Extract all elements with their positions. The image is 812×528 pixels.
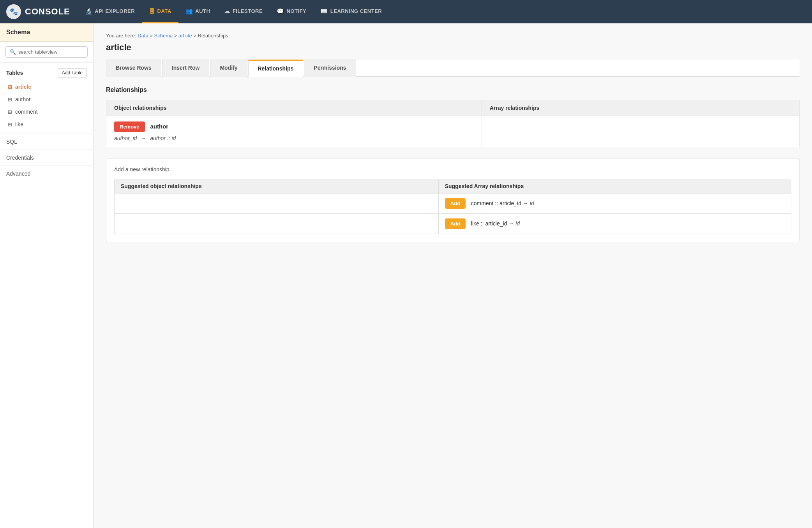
table-icon-author: ⊞ <box>8 97 12 102</box>
schema-header: Schema <box>0 23 93 42</box>
suggested-array-cell-1: Add comment :: article_id → id <box>438 194 791 214</box>
tables-label: Tables <box>6 70 23 76</box>
sidebar-item-sql[interactable]: SQL <box>0 134 93 150</box>
sidebar-item-author[interactable]: ⊞ author <box>0 93 93 106</box>
sidebar-item-comment[interactable]: ⊞ comment <box>0 106 93 118</box>
remove-author-button[interactable]: Remove <box>114 121 145 132</box>
relationships-table: Object relationships Array relationships… <box>106 100 800 147</box>
object-rel-header: Object relationships <box>106 100 482 116</box>
add-table-button[interactable]: Add Table <box>58 68 87 77</box>
suggested-object-header: Suggested object relationships <box>115 179 439 194</box>
sidebar-item-advanced[interactable]: Advanced <box>0 165 93 181</box>
breadcrumb-schema[interactable]: Schema <box>154 33 173 39</box>
suggested-array-header: Suggested Array relationships <box>438 179 791 194</box>
suggested-object-cell-1 <box>115 194 439 214</box>
object-rel-cell: Remove author author_id → author :: id <box>106 116 482 147</box>
table-row: Add comment :: article_id → id <box>115 194 791 214</box>
relationships-title: Relationships <box>106 86 800 93</box>
tables-header: Tables Add Table <box>0 63 93 81</box>
sidebar-item-credentials[interactable]: Credentials <box>0 150 93 165</box>
tab-relationships[interactable]: Relationships <box>248 60 304 77</box>
logo-text: CONSOLE <box>25 7 70 17</box>
page-title: article <box>106 42 800 53</box>
suggested-comment-text: comment :: article_id → id <box>471 200 534 206</box>
array-rel-header: Array relationships <box>482 100 799 116</box>
notify-icon: 💬 <box>277 8 284 15</box>
nav-notify[interactable]: 💬 NOTIFY <box>270 0 313 23</box>
sidebar-item-article[interactable]: ⊞ article <box>0 81 93 93</box>
suggested-like-text: like :: article_id → id <box>471 220 520 227</box>
tab-modify[interactable]: Modify <box>210 60 247 77</box>
table-row: Add like :: article_id → id <box>115 214 791 234</box>
suggested-object-cell-2 <box>115 214 439 234</box>
suggested-array-cell-2: Add like :: article_id → id <box>438 214 791 234</box>
search-container: 🔍 <box>0 42 93 63</box>
sidebar: Schema 🔍 Tables Add Table ⊞ article ⊞ au… <box>0 23 94 528</box>
learning-icon: 📖 <box>320 8 328 15</box>
array-rel-cell <box>482 116 799 147</box>
filestore-icon: ☁ <box>224 8 230 15</box>
layout: Schema 🔍 Tables Add Table ⊞ article ⊞ au… <box>0 23 812 528</box>
logo-icon: 🐾 <box>6 4 21 19</box>
tab-insert-row[interactable]: Insert Row <box>162 60 210 77</box>
breadcrumb-data[interactable]: Data <box>138 33 148 39</box>
search-input[interactable] <box>18 49 83 55</box>
new-rel-title: Add a new relationship <box>114 166 791 172</box>
nav-learning-center[interactable]: 📖 LEARNING CENTER <box>313 0 389 23</box>
table-icon-article: ⊞ <box>8 84 12 90</box>
logo: 🐾 CONSOLE <box>6 4 70 19</box>
search-icon: 🔍 <box>10 49 16 55</box>
table-list: ⊞ article ⊞ author ⊞ comment ⊞ like <box>0 81 93 134</box>
data-icon: 🗄 <box>149 8 155 14</box>
nav-filestore[interactable]: ☁ FILESTORE <box>217 0 270 23</box>
add-like-button[interactable]: Add <box>445 218 466 229</box>
tabs: Browse Rows Insert Row Modify Relationsh… <box>106 60 800 77</box>
header-nav: 🔬 API EXPLORER 🗄 DATA 👥 AUTH ☁ FILESTORE… <box>78 0 806 23</box>
tab-browse-rows[interactable]: Browse Rows <box>106 60 161 77</box>
tab-permissions[interactable]: Permissions <box>304 60 356 77</box>
header: 🐾 CONSOLE 🔬 API EXPLORER 🗄 DATA 👥 AUTH ☁… <box>0 0 812 23</box>
table-icon-comment: ⊞ <box>8 109 12 115</box>
add-comment-button[interactable]: Add <box>445 198 466 209</box>
new-relationship-box: Add a new relationship Suggested object … <box>106 158 800 242</box>
search-wrap: 🔍 <box>5 46 88 58</box>
nav-data[interactable]: 🗄 DATA <box>142 0 178 23</box>
sidebar-item-like[interactable]: ⊞ like <box>0 118 93 130</box>
breadcrumb-article[interactable]: article <box>178 33 192 39</box>
table-row: Remove author author_id → author :: id <box>106 116 800 147</box>
rel-author-name: author <box>150 123 168 130</box>
table-icon-like: ⊞ <box>8 121 12 127</box>
auth-icon: 👥 <box>185 8 193 15</box>
nav-api-explorer[interactable]: 🔬 API EXPLORER <box>78 0 142 23</box>
nav-auth[interactable]: 👥 AUTH <box>178 0 217 23</box>
breadcrumb: You are here: Data > Schema > article > … <box>106 33 800 39</box>
api-explorer-icon: 🔬 <box>85 8 93 15</box>
main-content: You are here: Data > Schema > article > … <box>94 23 812 528</box>
suggested-table: Suggested object relationships Suggested… <box>114 179 791 234</box>
rel-author-mapping: author_id → author :: id <box>114 135 474 141</box>
